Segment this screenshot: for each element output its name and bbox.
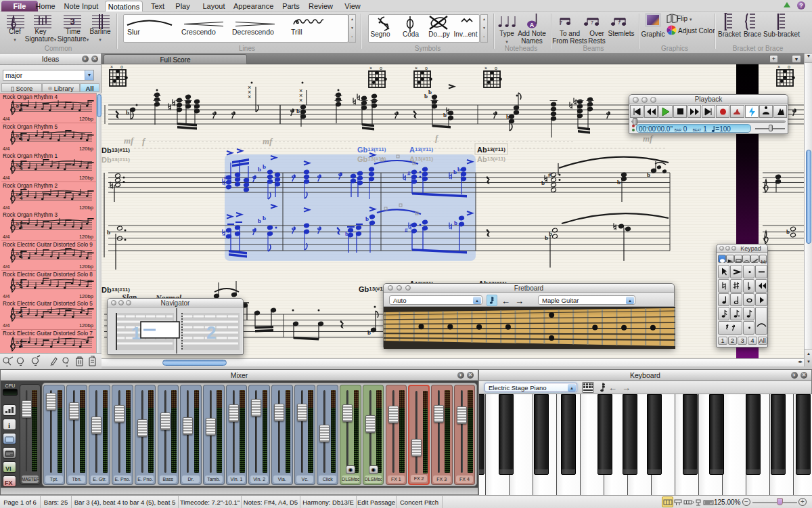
svg-text:b: b — [454, 219, 457, 226]
svg-text:A: A — [530, 22, 535, 28]
svg-text:Db13(#11): Db13(#11) — [102, 146, 130, 154]
svg-text:#: # — [407, 170, 411, 177]
svg-text:b: b — [296, 108, 300, 114]
svg-text:1: 1 — [131, 323, 141, 343]
svg-text:f: f — [142, 136, 146, 146]
svg-text:b: b — [16, 340, 19, 345]
svg-text:b: b — [16, 192, 19, 197]
svg-text:b: b — [263, 163, 266, 170]
svg-text:b: b — [541, 179, 545, 186]
svg-text:b: b — [367, 329, 371, 336]
svg-text:b: b — [647, 171, 650, 178]
svg-text:b: b — [617, 179, 621, 186]
svg-text:b: b — [365, 215, 369, 222]
svg-text:FX: FX — [5, 480, 13, 486]
svg-text:b: b — [786, 228, 790, 235]
svg-text:b: b — [16, 104, 19, 108]
svg-text:VI: VI — [5, 465, 12, 472]
svg-text:Ab13(#11): Ab13(#11) — [477, 146, 505, 154]
svg-text:mf: mf — [124, 135, 135, 146]
svg-text:b: b — [443, 112, 447, 119]
svg-text:×: × — [299, 97, 302, 104]
svg-text:mf: mf — [643, 133, 654, 144]
svg-text:b: b — [16, 310, 19, 315]
svg-text:mf: mf — [263, 136, 273, 146]
svg-text:7: 7 — [560, 20, 562, 25]
svg-text:b: b — [457, 166, 461, 173]
svg-text:b: b — [545, 234, 548, 241]
svg-text:b: b — [428, 89, 432, 96]
svg-text:Gb13(#11): Gb13(#11) — [357, 146, 386, 154]
svg-text:b: b — [258, 217, 261, 224]
svg-text:b: b — [16, 133, 19, 138]
svg-text:3: 3 — [70, 16, 74, 26]
svg-text:bb: bb — [761, 259, 766, 265]
svg-text:2: 2 — [206, 322, 216, 343]
svg-text:b: b — [263, 215, 266, 221]
svg-text:b: b — [16, 163, 19, 167]
svg-text:i: i — [8, 421, 10, 429]
svg-text:b: b — [107, 229, 110, 236]
svg-text:b: b — [126, 109, 129, 116]
svg-text:b: b — [424, 93, 428, 100]
svg-text:#: # — [405, 227, 408, 234]
svg-text:4: 4 — [20, 195, 23, 201]
svg-text:Ab13(#11): Ab13(#11) — [477, 155, 505, 163]
svg-text:b: b — [453, 169, 457, 175]
svg-text:Db13(#11): Db13(#11) — [102, 156, 130, 164]
svg-text:7: 7 — [591, 20, 593, 25]
svg-text:b: b — [16, 251, 19, 256]
svg-text:b: b — [258, 166, 261, 173]
svg-text:A13(#11): A13(#11) — [409, 146, 433, 154]
svg-text:b: b — [16, 221, 19, 226]
svg-text:7: 7 — [618, 20, 621, 25]
svg-text:b: b — [16, 281, 19, 286]
svg-text:4: 4 — [20, 313, 23, 319]
svg-text:×: × — [248, 93, 251, 100]
